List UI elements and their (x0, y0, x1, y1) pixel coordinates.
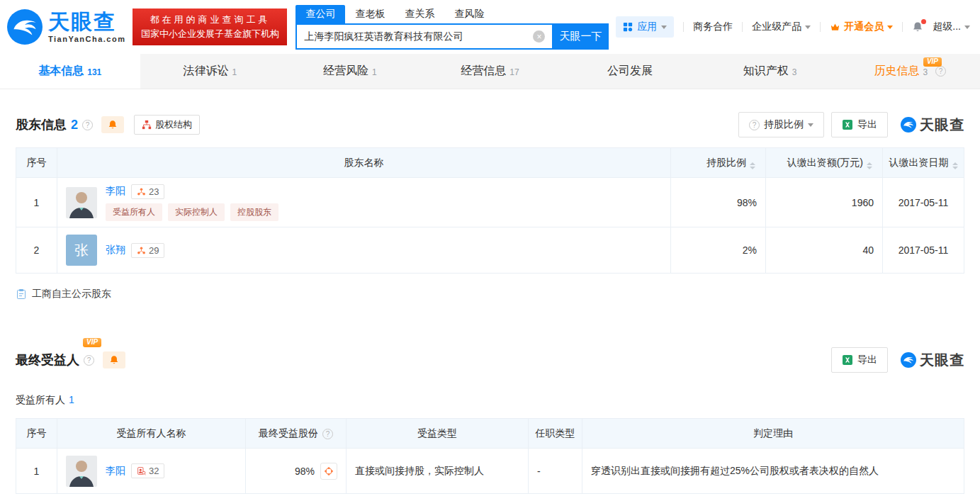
col-label: 最终受益股份 (259, 427, 318, 439)
shareholder-avatar[interactable] (66, 187, 97, 218)
holding-ratio-value: 2% (671, 227, 766, 274)
export-button[interactable]: 导出 (831, 112, 888, 137)
beneficial-owner-subtitle: 受益所有人1 (16, 394, 964, 407)
chevron-down-icon (805, 26, 811, 29)
subscribed-amount-value: 1960 (766, 178, 883, 227)
row-index: 1 (16, 178, 57, 227)
beneficiary-avatar[interactable] (66, 456, 97, 487)
top-bar: 天眼查 TianYanCha.com 都在用的商业查询工具 国家中小企业发展子基… (0, 0, 980, 54)
judgment-reason-value: 穿透识别出直接或间接拥有超过25%公司股权或者表决权的自然人 (582, 449, 964, 494)
beneficiary-section-header: VIP 最终受益人 ? 导出 天眼查 (16, 347, 964, 373)
tianyancha-swirl-icon (901, 352, 916, 368)
notifications-bell-icon[interactable] (912, 21, 923, 33)
portrait-photo (66, 456, 97, 487)
shareholders-section-header: 股东信息 2 ? 股权结构 ? 持股比例 (16, 112, 964, 137)
subscribed-date-value: 2017-05-11 (883, 178, 964, 227)
equity-path-icon[interactable] (320, 463, 337, 480)
relations-badge[interactable]: 23 (131, 184, 164, 199)
site-logo[interactable]: 天眼查 TianYanCha.com (7, 9, 125, 45)
tab-label: 经营信息 (461, 64, 506, 79)
search-tab-company[interactable]: 查公司 (295, 5, 345, 23)
help-icon[interactable]: ? (84, 355, 94, 366)
chevron-down-icon (887, 26, 893, 29)
tab-label: 历史信息 (874, 64, 919, 79)
col-subscribed-amount[interactable]: 认缴出资额(万元) (766, 148, 883, 178)
logo-domain-text: TianYanCha.com (48, 35, 125, 43)
col-label: 认缴出资日期 (889, 157, 949, 168)
holding-ratio-dropdown[interactable]: ? 持股比例 (738, 112, 824, 137)
user-menu[interactable]: 超级... (933, 21, 970, 33)
search-tab-risk[interactable]: 查风险 (444, 5, 494, 23)
tab-label: 经营风险 (323, 64, 368, 79)
tab-label: 基本信息 (38, 64, 84, 79)
export-button[interactable]: 导出 (831, 347, 888, 373)
benefit-type-value: 直接或间接持股，实际控制人 (347, 449, 529, 494)
vip-badge: VIP (83, 338, 101, 347)
tianyancha-swirl-icon (7, 9, 43, 45)
open-vip-button[interactable]: 开通会员 (830, 21, 893, 33)
help-icon[interactable]: ? (322, 429, 333, 439)
tab-count: 1 (372, 67, 377, 77)
search-input[interactable] (295, 23, 552, 50)
col-label: 认缴出资额(万元) (787, 157, 863, 168)
search-button[interactable]: 天眼一下 (552, 23, 609, 50)
chevron-down-icon (808, 123, 813, 127)
crown-icon (830, 22, 840, 33)
export-label: 导出 (857, 354, 877, 366)
shareholder-link[interactable]: 张翔 (106, 244, 125, 257)
username: 超级... (933, 21, 961, 33)
tab-count: 1 (232, 67, 237, 77)
col-shareholder-name: 股东名称 (57, 148, 671, 178)
tag-beneficial-owner[interactable]: 受益所有人 (106, 203, 162, 221)
self-disclosed-shareholders-link[interactable]: 工商自主公示股东 (16, 288, 964, 300)
beneficiary-link[interactable]: 李阳 (106, 465, 125, 478)
grid-icon (623, 22, 633, 32)
monitor-bell-button[interactable] (101, 116, 124, 133)
table-header-row: 序号 受益所有人名称 最终受益股份? 受益类型 任职类型 判定理由 (16, 419, 964, 449)
help-icon[interactable]: ? (82, 120, 93, 130)
col-holding-ratio[interactable]: 持股比例 (671, 148, 766, 178)
tab-business-info[interactable]: 经营信息 17 (420, 54, 561, 89)
export-label: 导出 (857, 118, 877, 131)
monitor-bell-button[interactable] (103, 351, 125, 368)
tab-intellectual-property[interactable]: 知识产权 3 (700, 54, 840, 89)
tab-business-risk[interactable]: 经营风险 1 (280, 54, 420, 89)
help-icon[interactable]: ? (935, 66, 946, 77)
tab-label: 公司发展 (607, 64, 653, 79)
tab-basic-info[interactable]: 基本信息 131 (0, 54, 140, 89)
sort-icon (867, 162, 872, 169)
nav-cooperation[interactable]: 商务合作 (693, 21, 733, 33)
chevron-down-icon (964, 26, 970, 29)
equity-structure-button[interactable]: 股权结构 (134, 115, 200, 135)
link-label: 工商自主公示股东 (32, 288, 111, 300)
relations-icon (137, 246, 146, 255)
shareholder-avatar[interactable]: 张 (66, 235, 97, 266)
equity-network-icon (324, 466, 334, 476)
relations-badge[interactable]: 29 (131, 243, 164, 258)
search-tab-boss[interactable]: 查老板 (345, 5, 395, 23)
tab-history-info[interactable]: VIP 历史信息 3 ? (840, 54, 980, 89)
person-records-badge[interactable]: 32 (131, 463, 164, 478)
table-row: 2 张 张翔 29 (16, 227, 964, 274)
tianyancha-swirl-icon (901, 117, 916, 133)
holding-ratio-label: 持股比例 (764, 118, 804, 131)
apps-menu[interactable]: 应用 (616, 16, 674, 38)
subscribed-amount-value: 40 (766, 227, 883, 274)
person-search-icon (137, 466, 146, 475)
search-tab-relation[interactable]: 查关系 (395, 5, 444, 23)
divider (902, 22, 903, 32)
shareholder-link[interactable]: 李阳 (106, 185, 125, 198)
tab-legal-litigation[interactable]: 法律诉讼 1 (140, 54, 281, 89)
promo-banner: 都在用的商业查询工具 国家中小企业发展子基金旗下机构 (133, 9, 287, 45)
holding-ratio-value: 98% (671, 178, 766, 227)
col-subscribed-date[interactable]: 认缴出资日期 (883, 148, 964, 178)
bell-icon (108, 120, 118, 130)
sort-icon (750, 162, 755, 169)
tab-company-development[interactable]: 公司发展 (560, 54, 700, 89)
tag-actual-controller[interactable]: 实际控制人 (168, 203, 225, 221)
company-tab-bar: 基本信息 131 法律诉讼 1 经营风险 1 经营信息 17 公司发展 知识产权… (0, 54, 980, 89)
relations-count: 23 (149, 186, 159, 197)
nav-enterprise-products[interactable]: 企业级产品 (752, 21, 811, 33)
tag-controlling-shareholder[interactable]: 控股股东 (230, 203, 278, 221)
divider (742, 22, 743, 32)
